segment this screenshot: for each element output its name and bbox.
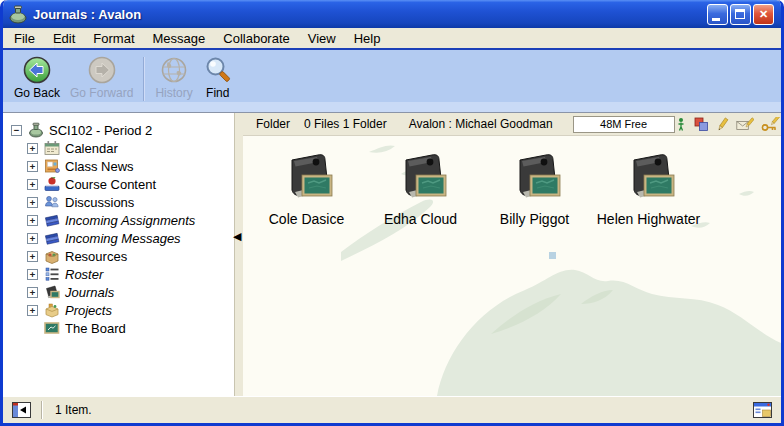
window-title: Journals : Avalon — [33, 7, 707, 22]
person-icon[interactable] — [675, 117, 687, 132]
apple-book-icon — [44, 176, 60, 192]
tree-item-class-news[interactable]: + Class News — [3, 157, 234, 175]
free-space-gauge: 48M Free — [573, 116, 675, 133]
statusbar: 1 Item. — [3, 396, 781, 423]
minimize-icon — [712, 18, 720, 21]
infobar-tool-icons — [675, 117, 780, 132]
shapes-icon[interactable] — [694, 117, 709, 132]
menu-file[interactable]: File — [5, 29, 44, 48]
course-tree: − SCI102 - Period 2 + Cale — [3, 113, 234, 396]
journal-book-icon — [278, 152, 336, 206]
globe-icon — [159, 55, 189, 85]
item-count: 1 Item. — [55, 403, 92, 417]
expand-expander[interactable]: + — [27, 197, 38, 208]
menu-help[interactable]: Help — [345, 29, 390, 48]
folder-label: Folder — [256, 117, 290, 131]
layout-view-icon[interactable] — [753, 402, 772, 418]
tree-item-the-board[interactable]: The Board — [3, 319, 234, 337]
flask-icon — [28, 122, 44, 138]
main-panel: Folder 0 Files 1 Folder Avalon : Michael… — [243, 113, 781, 396]
tree-item-journals[interactable]: + Journals — [3, 283, 234, 301]
journal-item[interactable]: Cole Dasice — [256, 152, 357, 227]
go-back-button[interactable]: Go Back — [9, 54, 65, 101]
expand-expander[interactable]: + — [27, 215, 38, 226]
journal-book-icon — [392, 152, 450, 206]
tree-item-projects[interactable]: + Projects — [3, 301, 234, 319]
chalkboard-icon — [44, 320, 60, 336]
toolbar: Go Back Go Forward History — [3, 50, 781, 112]
expand-expander[interactable]: + — [27, 269, 38, 280]
expand-expander[interactable]: + — [27, 287, 38, 298]
journal-book-icon — [44, 284, 60, 300]
journal-name: Cole Dasice — [269, 211, 344, 227]
app-window: Journals : Avalon ✕ File Edit Format Mes… — [0, 0, 784, 426]
box-icon — [44, 248, 60, 264]
menu-view[interactable]: View — [299, 29, 345, 48]
folder-owner: Avalon : Michael Goodman — [409, 117, 553, 131]
status-separator — [41, 401, 43, 419]
tree-item-incoming-assignments[interactable]: + Incoming Assignments — [3, 211, 234, 229]
expand-expander[interactable]: + — [27, 161, 38, 172]
menubar: File Edit Format Message Collaborate Vie… — [3, 28, 781, 48]
go-forward-button: Go Forward — [65, 54, 138, 101]
back-arrow-icon — [22, 55, 52, 85]
journal-name: Billy Piggot — [500, 211, 569, 227]
flask-app-icon — [8, 4, 28, 24]
maximize-icon — [735, 9, 745, 19]
journal-item[interactable]: Billy Piggot — [484, 152, 585, 227]
calendar-icon — [44, 140, 60, 156]
tree-root-sci102[interactable]: − SCI102 - Period 2 — [3, 121, 234, 139]
menu-message[interactable]: Message — [144, 29, 215, 48]
expand-expander[interactable]: + — [27, 143, 38, 154]
news-icon — [44, 158, 60, 174]
journal-name: Edha Cloud — [384, 211, 457, 227]
journal-item[interactable]: Helen Highwater — [598, 152, 699, 227]
history-button: History — [150, 54, 197, 101]
tree-item-incoming-messages[interactable]: + Incoming Messages — [3, 229, 234, 247]
journal-grid: Cole Dasice Edha Clo — [243, 136, 781, 227]
pencil-icon[interactable] — [716, 117, 729, 132]
books-icon — [44, 230, 60, 246]
key-pencil-icon[interactable] — [761, 117, 780, 132]
expand-expander[interactable]: + — [27, 305, 38, 316]
crate-icon — [44, 302, 60, 318]
tree-item-discussions[interactable]: + Discussions — [3, 193, 234, 211]
expand-expander[interactable]: + — [27, 233, 38, 244]
find-button[interactable]: Find — [198, 54, 238, 101]
mail-pencil-icon[interactable] — [736, 117, 754, 132]
menu-collaborate[interactable]: Collaborate — [214, 29, 299, 48]
window-controls: ✕ — [707, 4, 774, 25]
minimize-button[interactable] — [707, 4, 728, 25]
folder-contents: Cole Dasice Edha Clo — [243, 136, 781, 396]
people-icon — [44, 194, 60, 210]
journal-item[interactable]: Edha Cloud — [370, 152, 471, 227]
panel-toggle-icon[interactable] — [12, 402, 31, 418]
tree-item-course-content[interactable]: + Course Content — [3, 175, 234, 193]
tree-item-roster[interactable]: + Roster — [3, 265, 234, 283]
expand-expander[interactable]: + — [27, 179, 38, 190]
panel-splitter[interactable]: ◀ — [234, 113, 243, 396]
expand-expander[interactable]: + — [27, 251, 38, 262]
maximize-button[interactable] — [730, 4, 751, 25]
tree-item-calendar[interactable]: + Calendar — [3, 139, 234, 157]
tree-item-resources[interactable]: + Resources — [3, 247, 234, 265]
close-button[interactable]: ✕ — [753, 4, 774, 25]
journal-name: Helen Highwater — [597, 211, 701, 227]
folder-counts: 0 Files 1 Folder — [304, 117, 387, 131]
collapse-panel-arrow-icon[interactable]: ◀ — [233, 231, 241, 242]
folder-info-bar: Folder 0 Files 1 Folder Avalon : Michael… — [243, 113, 781, 136]
journal-book-icon — [506, 152, 564, 206]
toolbar-separator — [143, 57, 145, 101]
content-area: − SCI102 - Period 2 + Cale — [3, 112, 781, 396]
journal-book-icon — [620, 152, 678, 206]
list-icon — [44, 266, 60, 282]
menu-format[interactable]: Format — [84, 29, 143, 48]
books-icon — [44, 212, 60, 228]
titlebar[interactable]: Journals : Avalon ✕ — [3, 0, 781, 28]
collapse-expander[interactable]: − — [11, 125, 22, 136]
magnifier-icon — [203, 55, 233, 85]
forward-arrow-icon — [87, 55, 117, 85]
menu-edit[interactable]: Edit — [44, 29, 84, 48]
